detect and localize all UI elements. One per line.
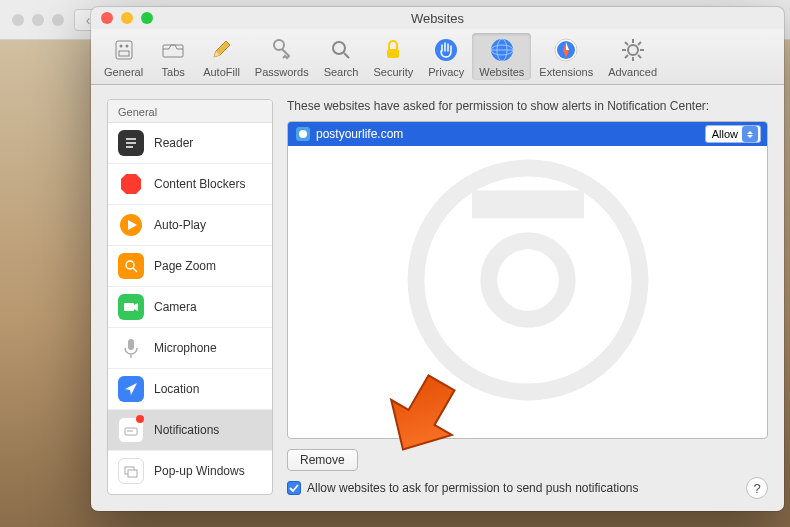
toolbar-label: Websites: [479, 66, 524, 78]
toolbar-autofill[interactable]: AutoFill: [196, 33, 247, 80]
sidebar-item-label: Location: [154, 382, 199, 396]
allow-ask-checkbox-row[interactable]: Allow websites to ask for permission to …: [287, 481, 768, 495]
toolbar-general[interactable]: General: [97, 33, 150, 80]
svg-point-4: [125, 45, 128, 48]
close-window-button[interactable]: [101, 12, 113, 24]
chevron-updown-icon: [742, 126, 758, 142]
toolbar-label: Security: [373, 66, 413, 78]
titlebar: Websites: [91, 7, 784, 29]
sidebar-item-microphone[interactable]: Microphone: [108, 328, 272, 369]
octagon-icon: [118, 171, 144, 197]
pencil-icon: [207, 36, 235, 64]
sidebar-item-label: Reader: [154, 136, 193, 150]
sidebar-item-label: Pop-up Windows: [154, 464, 245, 478]
globe-icon: [488, 36, 516, 64]
watermark: [288, 122, 767, 438]
sidebar-item-notifications[interactable]: Notifications: [108, 410, 272, 451]
sidebar-item-location[interactable]: Location: [108, 369, 272, 410]
website-domain: postyourlife.com: [316, 127, 403, 141]
sidebar: General Reader Content Blockers Auto-Pla…: [107, 99, 273, 495]
svg-point-8: [333, 42, 345, 54]
sidebar-item-label: Camera: [154, 300, 197, 314]
permission-value: Allow: [712, 128, 738, 140]
toolbar-passwords[interactable]: Passwords: [248, 33, 316, 80]
svg-rect-37: [128, 339, 134, 350]
svg-point-18: [628, 45, 638, 55]
zoom-icon: [118, 253, 144, 279]
toolbar-extensions[interactable]: Extensions: [532, 33, 600, 80]
toolbar-security[interactable]: Security: [366, 33, 420, 80]
sidebar-item-page-zoom[interactable]: Page Zoom: [108, 246, 272, 287]
svg-point-3: [119, 45, 122, 48]
switches-icon: [110, 36, 138, 64]
website-row[interactable]: postyourlife.com Allow: [288, 122, 767, 146]
svg-rect-10: [387, 49, 399, 58]
sidebar-item-camera[interactable]: Camera: [108, 287, 272, 328]
hand-icon: [432, 36, 460, 64]
toolbar-tabs[interactable]: Tabs: [151, 33, 195, 80]
svg-marker-36: [134, 303, 138, 311]
zoom-window-button[interactable]: [141, 12, 153, 24]
toolbar-search[interactable]: Search: [317, 33, 366, 80]
microphone-icon: [118, 335, 144, 361]
sidebar-item-content-blockers[interactable]: Content Blockers: [108, 164, 272, 205]
svg-line-26: [638, 42, 641, 45]
sidebar-item-label: Content Blockers: [154, 177, 245, 191]
toolbar-label: General: [104, 66, 143, 78]
location-icon: [118, 376, 144, 402]
sidebar-item-reader[interactable]: Reader: [108, 123, 272, 164]
preferences-window: Websites General Tabs AutoFill Passwords…: [91, 7, 784, 511]
preferences-toolbar: General Tabs AutoFill Passwords Search S…: [91, 29, 784, 85]
permission-select[interactable]: Allow: [705, 125, 761, 143]
sidebar-item-popup-windows[interactable]: Pop-up Windows: [108, 451, 272, 491]
badge-dot: [136, 415, 144, 423]
svg-rect-45: [472, 190, 584, 218]
window-title: Websites: [91, 11, 784, 26]
help-button[interactable]: ?: [746, 477, 768, 499]
svg-rect-6: [163, 45, 183, 57]
compass-icon: [552, 36, 580, 64]
svg-line-24: [638, 55, 641, 58]
sidebar-item-label: Page Zoom: [154, 259, 216, 273]
panel-heading: These websites have asked for permission…: [287, 99, 768, 113]
svg-line-25: [625, 55, 628, 58]
svg-line-34: [133, 268, 137, 272]
sidebar-item-autoplay[interactable]: Auto-Play: [108, 205, 272, 246]
websites-list[interactable]: postyourlife.com Allow: [287, 121, 768, 439]
toolbar-websites[interactable]: Websites: [472, 33, 531, 80]
sidebar-header: General: [108, 100, 272, 123]
minimize-window-button[interactable]: [121, 12, 133, 24]
tabs-icon: [159, 36, 187, 64]
key-icon: [268, 36, 296, 64]
camera-icon: [118, 294, 144, 320]
right-panel: These websites have asked for permission…: [287, 99, 768, 495]
checkbox-checked-icon[interactable]: [287, 481, 301, 495]
toolbar-label: Extensions: [539, 66, 593, 78]
svg-rect-42: [128, 470, 137, 477]
svg-marker-30: [121, 174, 141, 194]
toolbar-label: Passwords: [255, 66, 309, 78]
lock-icon: [379, 36, 407, 64]
svg-line-9: [344, 53, 349, 58]
svg-point-44: [488, 241, 566, 319]
checkbox-label: Allow websites to ask for permission to …: [307, 481, 639, 495]
toolbar-privacy[interactable]: Privacy: [421, 33, 471, 80]
remove-button[interactable]: Remove: [287, 449, 358, 471]
play-icon: [118, 212, 144, 238]
background-traffic-lights: [12, 14, 64, 26]
svg-rect-35: [124, 303, 134, 311]
reader-icon: [118, 130, 144, 156]
svg-point-43: [416, 168, 640, 392]
gear-icon: [619, 36, 647, 64]
toolbar-label: Advanced: [608, 66, 657, 78]
sidebar-item-label: Microphone: [154, 341, 217, 355]
sidebar-item-label: Notifications: [154, 423, 219, 437]
search-icon: [327, 36, 355, 64]
sidebar-item-label: Auto-Play: [154, 218, 206, 232]
toolbar-advanced[interactable]: Advanced: [601, 33, 664, 80]
toolbar-label: AutoFill: [203, 66, 240, 78]
toolbar-label: Search: [324, 66, 359, 78]
svg-rect-5: [119, 51, 129, 56]
toolbar-label: Tabs: [162, 66, 185, 78]
svg-point-33: [126, 261, 134, 269]
